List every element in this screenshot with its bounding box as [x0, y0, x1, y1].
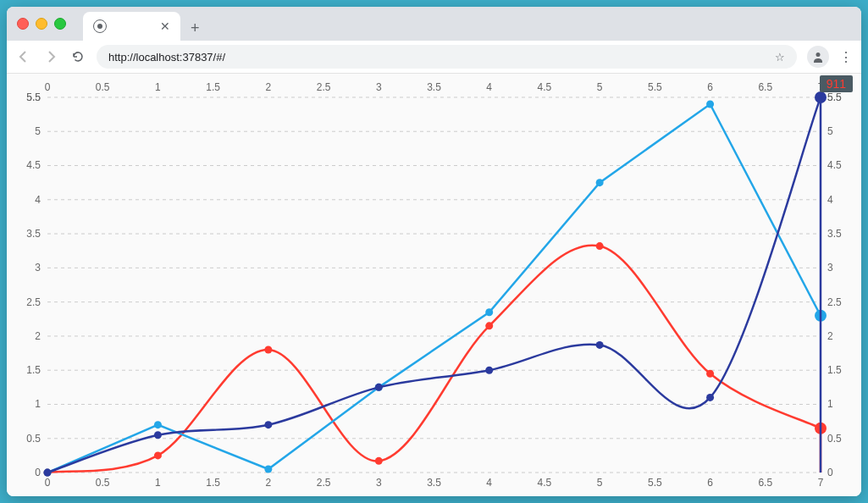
point-darkblue[interactable]: [706, 394, 714, 401]
y-tick-right: 1: [827, 398, 833, 410]
y-tick-right: 4.5: [827, 160, 842, 172]
x-tick-bottom: 3: [376, 477, 382, 489]
tooltip-value: 911: [820, 75, 853, 92]
y-tick-left: 1.5: [26, 364, 41, 376]
x-tick-top: 1: [155, 81, 161, 93]
line-chart[interactable]: 000.50.5111.51.5222.52.5333.53.5444.54.5…: [7, 74, 861, 496]
minimize-window-icon[interactable]: [36, 18, 47, 30]
browser-window: ✕ + http://localhost:37837/#/ ☆ ⋮ 911 00…: [7, 7, 861, 496]
x-tick-bottom: 5.5: [648, 477, 662, 489]
point-darkblue[interactable]: [154, 431, 162, 439]
close-window-icon[interactable]: [17, 18, 29, 30]
point-darkblue[interactable]: [44, 469, 52, 477]
toolbar: http://localhost:37837/#/ ☆ ⋮: [7, 41, 861, 74]
point-red[interactable]: [154, 451, 162, 459]
x-tick-top: 6.5: [758, 81, 772, 93]
x-tick-bottom: 2: [266, 477, 272, 489]
chrome-favicon-icon: [93, 19, 107, 33]
y-tick-right: 0.5: [827, 433, 842, 445]
x-tick-top: 3: [376, 81, 382, 93]
x-tick-top: 2.5: [317, 81, 331, 93]
x-tick-bottom: 5: [597, 477, 603, 489]
point-red[interactable]: [264, 346, 272, 354]
x-tick-bottom: 0: [45, 477, 51, 489]
y-tick-left: 2: [35, 330, 41, 342]
y-tick-left: 4.5: [26, 160, 41, 172]
x-tick-bottom: 3.5: [427, 477, 441, 489]
tab-strip: ✕ +: [7, 7, 861, 41]
x-tick-top: 6: [707, 81, 713, 93]
point-lightblue[interactable]: [264, 466, 272, 473]
reload-button[interactable]: [69, 50, 86, 64]
x-tick-top: 5: [597, 81, 603, 93]
x-tick-bottom: 7: [818, 477, 824, 489]
point-red[interactable]: [375, 457, 383, 465]
y-tick-left: 0.5: [26, 433, 41, 445]
y-tick-left: 3.5: [26, 228, 41, 240]
point-darkblue[interactable]: [264, 421, 272, 428]
y-tick-left: 3: [35, 262, 41, 274]
new-tab-button[interactable]: +: [191, 20, 200, 36]
x-tick-bottom: 2.5: [317, 477, 331, 489]
y-tick-left: 4: [35, 194, 41, 206]
point-red[interactable]: [706, 370, 714, 378]
x-tick-top: 3.5: [427, 81, 441, 93]
x-tick-top: 5.5: [648, 81, 662, 93]
address-bar[interactable]: http://localhost:37837/#/ ☆: [97, 45, 797, 69]
x-tick-top: 0: [45, 81, 51, 93]
y-tick-right: 3: [827, 262, 833, 274]
point-darkblue[interactable]: [596, 341, 604, 349]
point-darkblue[interactable]: [485, 367, 493, 374]
y-tick-right: 5: [827, 125, 833, 137]
x-tick-bottom: 1: [155, 477, 161, 489]
point-lightblue[interactable]: [596, 179, 604, 186]
x-tick-top: 4: [486, 81, 492, 93]
zoom-window-icon[interactable]: [54, 18, 66, 30]
browser-tab[interactable]: ✕: [83, 12, 180, 41]
svg-text:5.5: 5.5: [827, 91, 842, 103]
back-button[interactable]: [15, 50, 32, 64]
url-text: http://localhost:37837/#/: [108, 51, 775, 64]
y-tick-right: 2.5: [827, 296, 842, 308]
y-tick-right: 1.5: [827, 364, 842, 376]
point-lightblue[interactable]: [154, 421, 162, 428]
x-tick-top: 1.5: [206, 81, 220, 93]
y-tick-right: 4: [827, 194, 833, 206]
point-red[interactable]: [485, 322, 493, 329]
series-lightblue[interactable]: [47, 104, 821, 473]
bookmark-star-icon[interactable]: ☆: [775, 51, 785, 64]
point-lightblue[interactable]: [485, 308, 493, 316]
point-lightblue[interactable]: [706, 101, 714, 108]
window-controls: [14, 7, 73, 41]
menu-button[interactable]: ⋮: [839, 49, 853, 65]
x-tick-bottom: 6: [707, 477, 713, 489]
close-tab-icon[interactable]: ✕: [160, 20, 170, 32]
x-tick-top: 0.5: [96, 81, 110, 93]
y-tick-right: 0: [827, 467, 833, 478]
x-tick-bottom: 1.5: [206, 477, 220, 489]
x-tick-top: 4.5: [538, 81, 552, 93]
x-tick-bottom: 0.5: [96, 477, 110, 489]
y-tick-left: 2.5: [26, 296, 41, 308]
x-tick-bottom: 4: [486, 477, 492, 489]
series-darkblue[interactable]: [47, 97, 821, 473]
y-tick-right: 3.5: [827, 228, 842, 240]
x-tick-bottom: 4.5: [538, 477, 552, 489]
x-tick-top: 2: [266, 81, 272, 93]
y-tick-right: 2: [827, 330, 833, 342]
y-tick-left: 5: [35, 125, 41, 137]
point-red[interactable]: [596, 242, 604, 250]
svg-text:5.5: 5.5: [26, 91, 41, 103]
point-darkblue[interactable]: [375, 384, 383, 391]
profile-avatar[interactable]: [807, 46, 829, 68]
y-tick-left: 1: [35, 398, 41, 410]
page-content: 911 000.50.5111.51.5222.52.5333.53.5444.…: [7, 74, 861, 496]
y-tick-left: 0: [35, 467, 41, 478]
svg-point-0: [816, 53, 821, 57]
forward-button[interactable]: [42, 50, 59, 64]
x-tick-bottom: 6.5: [758, 477, 772, 489]
